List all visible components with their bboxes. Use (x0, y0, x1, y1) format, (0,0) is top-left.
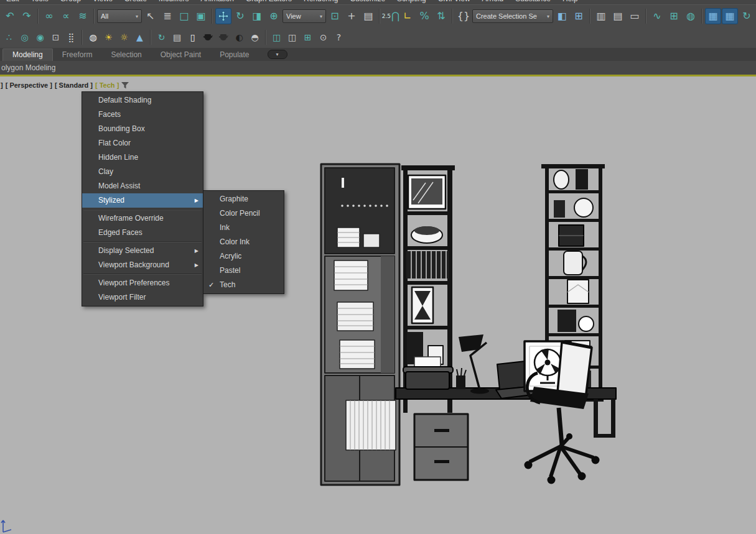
submenu-item-color-pencil[interactable]: Color Pencil (203, 206, 284, 221)
orbit-icon[interactable]: ◎ (17, 30, 32, 45)
viewport-shading-label[interactable]: [ Standard ] (55, 81, 93, 89)
help-icon[interactable]: ? (332, 30, 346, 45)
particle-view-icon[interactable]: ⣿ (64, 30, 78, 45)
compare-view-icon[interactable]: ◫ (285, 30, 299, 45)
teapot-iterative-icon[interactable] (217, 30, 231, 45)
material-ball-icon[interactable]: ◉ (33, 30, 47, 45)
selection-filter-dropdown[interactable]: All ▾ (97, 9, 142, 23)
submenu-item-graphite[interactable]: Graphite (203, 192, 284, 206)
layer-explorer-toggle-icon[interactable]: ▤ (610, 8, 626, 24)
menu-animation[interactable]: Animation (201, 0, 234, 3)
tab-selection[interactable]: Selection (101, 49, 151, 61)
menu-item-viewport-filter[interactable]: Viewport Filter (82, 290, 203, 305)
select-and-manipulate-icon[interactable]: + (343, 8, 360, 24)
viewport-camera-label[interactable]: [ Perspective ] (6, 81, 52, 89)
menu-help[interactable]: Help (562, 0, 578, 3)
ribbon-toggle-icon[interactable]: ▭ (627, 8, 643, 24)
undo-icon[interactable]: ↶ (2, 8, 18, 24)
menu-item-viewport-preferences[interactable]: Viewport Preferences (82, 276, 203, 290)
schematic-view-icon[interactable]: ⊞ (666, 8, 682, 24)
select-object-icon[interactable]: ↖ (142, 8, 159, 24)
menu-group[interactable]: Group (60, 0, 81, 3)
window-crossing-toggle-icon[interactable]: ▣ (193, 8, 209, 24)
keyboard-shortcut-override-icon[interactable]: ▤ (360, 8, 376, 24)
render-presets-list-icon[interactable]: ▤ (170, 30, 184, 45)
tab-freeform[interactable]: Freeform (53, 49, 102, 61)
snap-dots-icon[interactable]: ∴ (2, 30, 16, 45)
menu-item-display-selected[interactable]: Display Selected ▶ (82, 244, 203, 258)
menu-item-viewport-background[interactable]: Viewport Background ▶ (82, 258, 203, 272)
render-setup-icon[interactable]: ↻ (739, 8, 755, 24)
video-post-icon[interactable]: ◫ (269, 30, 284, 45)
select-by-name-icon[interactable]: ≣ (159, 8, 175, 24)
menu-scripting[interactable]: Scripting (397, 0, 426, 3)
polygon-modeling-panel-label[interactable]: olygon Modeling (1, 63, 55, 72)
rendered-frame-window-icon[interactable]: ▦ (722, 8, 738, 24)
render-frame-page-icon[interactable]: ▯ (185, 30, 200, 45)
menu-item-clay[interactable]: Clay (82, 165, 203, 179)
photometric-light-icon[interactable]: ☼ (117, 30, 131, 45)
tab-object-paint[interactable]: Object Paint (151, 49, 210, 61)
menu-create[interactable]: Create (124, 0, 147, 3)
select-and-link-icon[interactable]: ∞ (41, 8, 57, 24)
submenu-item-acrylic[interactable]: Acrylic (203, 249, 284, 264)
use-pivot-point-center-icon[interactable]: ⊡ (327, 8, 343, 24)
select-and-place-icon[interactable]: ⊕ (266, 8, 282, 24)
menu-item-stylized[interactable]: Stylized ▶ (82, 193, 203, 208)
viewport-stylized-label[interactable]: [ Tech ] (95, 81, 119, 89)
menu-item-flat-color[interactable]: Flat Color (82, 136, 203, 150)
bind-to-space-warp-icon[interactable]: ≋ (75, 8, 91, 24)
tab-modeling[interactable]: Modeling (2, 48, 53, 61)
spinner-snap-toggle-icon[interactable]: ⇅ (433, 8, 449, 24)
menu-modifiers[interactable]: Modifiers (159, 0, 189, 3)
teapot-render-icon[interactable] (201, 30, 215, 45)
ribbon-overflow-control[interactable]: ▾ (268, 50, 287, 59)
exposure-knob-icon[interactable]: ◓ (248, 30, 262, 45)
submenu-item-ink[interactable]: Ink (203, 221, 284, 235)
light-bulb-icon[interactable]: ◍ (86, 30, 100, 45)
submenu-item-color-ink[interactable]: Color Ink (203, 235, 284, 249)
material-editor-icon[interactable]: ◍ (683, 8, 699, 24)
scene-explorer-toggle-icon[interactable]: ▥ (593, 8, 609, 24)
menu-customize[interactable]: Customize (350, 0, 385, 3)
menu-tools[interactable]: Tools (31, 0, 49, 3)
menu-item-wireframe-override[interactable]: Wireframe Override (82, 211, 203, 226)
render-iterate-icon[interactable]: ↻ (154, 30, 169, 45)
reference-coordinate-system-dropdown[interactable]: View ▾ (282, 9, 326, 23)
unlink-selection-icon[interactable]: ∝ (58, 8, 74, 24)
select-and-scale-icon[interactable]: ◨ (249, 8, 265, 24)
redo-icon[interactable]: ↷ (19, 8, 35, 24)
named-selection-sets-dropdown[interactable]: Create Selection Se ▾ (472, 9, 553, 23)
rectangular-selection-region-icon[interactable]: □ (176, 8, 192, 24)
angle-snap-toggle-icon[interactable]: ∟ (399, 8, 416, 24)
menu-item-default-shading[interactable]: Default Shading (82, 93, 203, 108)
sun-icon[interactable]: ☀ (101, 30, 116, 45)
menu-item-model-assist[interactable]: Model Assist (82, 179, 203, 193)
edit-named-selection-sets-icon[interactable]: {} (455, 8, 472, 24)
tab-populate[interactable]: Populate (210, 49, 258, 61)
select-and-rotate-icon[interactable]: ↻ (232, 8, 248, 24)
menu-item-facets[interactable]: Facets (82, 108, 203, 122)
mirror-icon[interactable]: ◧ (554, 8, 570, 24)
curve-editor-icon[interactable]: ∿ (649, 8, 665, 24)
viewport-layout-icon[interactable]: ▦ (705, 8, 721, 24)
submenu-item-pastel[interactable]: Pastel (203, 264, 284, 278)
align-icon[interactable]: ⊞ (571, 8, 587, 24)
menu-graph-editors[interactable]: Graph Editors (246, 0, 292, 3)
grid-add-icon[interactable]: ⊞ (301, 30, 315, 45)
menu-arnold[interactable]: Arnold (482, 0, 504, 3)
select-and-move-icon[interactable] (215, 8, 231, 24)
environment-sphere-icon[interactable]: ◐ (232, 30, 246, 45)
spot-light-cone-icon[interactable]: ▲ (133, 30, 147, 45)
filter-funnel-icon[interactable] (121, 82, 129, 89)
menu-rendering[interactable]: Rendering (304, 0, 338, 3)
menu-views[interactable]: Views (93, 0, 113, 3)
menu-civil-view[interactable]: Civil View (438, 0, 470, 3)
menu-substance[interactable]: Substance (515, 0, 551, 3)
menu-item-hidden-line[interactable]: Hidden Line (82, 150, 203, 165)
snaps-toggle-icon[interactable]: 2.5 ⋂ (383, 8, 399, 24)
submenu-item-tech[interactable]: ✓ Tech (203, 278, 284, 292)
display-monitor-icon[interactable]: ⊡ (49, 30, 63, 45)
menu-item-bounding-box[interactable]: Bounding Box (82, 122, 203, 136)
percent-snap-toggle-icon[interactable]: % (416, 8, 432, 24)
